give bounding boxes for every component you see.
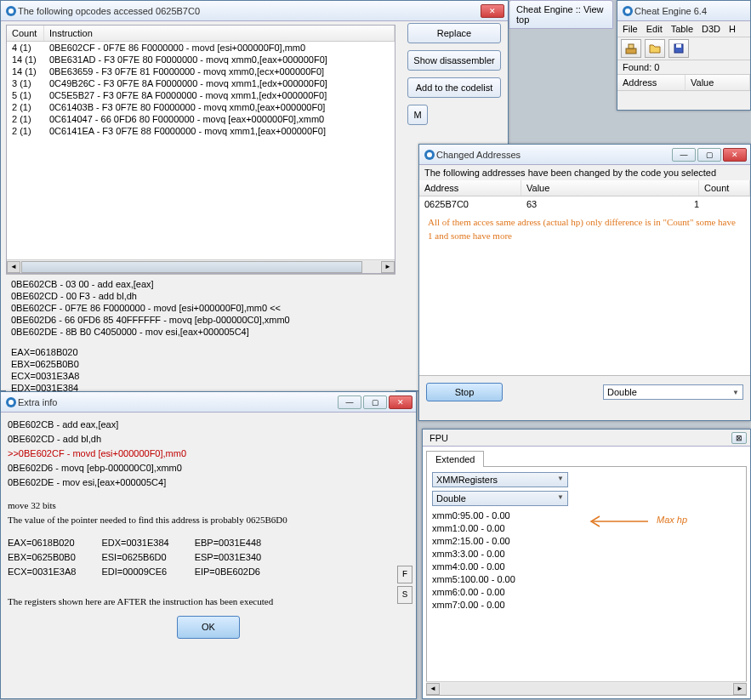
open-file-icon[interactable] (645, 39, 665, 58)
maximize-icon[interactable]: ▢ (363, 396, 387, 409)
stop-button[interactable]: Stop (426, 383, 503, 401)
opcodes-title: The following opcodes accessed 0625B7C0 (18, 6, 481, 16)
minimize-icon[interactable]: — (672, 148, 696, 162)
svg-rect-2 (626, 48, 636, 54)
forum-tab: Cheat Engine :: View top (509, 0, 613, 29)
opcodes-header: Count Instruction (7, 26, 395, 42)
close-icon[interactable]: ⊠ (731, 432, 747, 444)
tab-label: Cheat Engine :: View top (516, 4, 604, 25)
ok-button[interactable]: OK (177, 616, 240, 639)
ce-main-window: Cheat Engine 6.4 File Edit Table D3D H F… (617, 0, 751, 111)
user-annotation: All of them acces same adress (actual hp… (424, 215, 745, 242)
svg-point-7 (9, 9, 14, 14)
menu-edit[interactable]: Edit (646, 24, 663, 34)
svg-point-9 (9, 400, 14, 405)
extra-info-window: Extra info — ▢ ✕ 0BE602CB - add eax,[eax… (0, 391, 417, 699)
scroll-left-icon[interactable]: ◄ (426, 683, 440, 695)
chevron-down-icon: ▼ (557, 475, 564, 485)
show-disassembler-button[interactable]: Show disassembler (407, 50, 501, 71)
svg-point-11 (427, 152, 432, 157)
tab-extended[interactable]: Extended (426, 451, 484, 467)
ce-main-title: Cheat Engine 6.4 (634, 6, 747, 16)
fpu-body: Extended XMMRegisters ▼ Double ▼ xmm0:95… (423, 447, 750, 698)
footer-note: The registers shown here are AFTER the i… (8, 595, 409, 609)
extra-title: Extra info (18, 397, 338, 407)
fpu-window: FPU ⊠ Extended XMMRegisters ▼ Double ▼ x… (422, 429, 751, 699)
s-button[interactable]: S (397, 586, 412, 604)
highlighted-instruction: >>0BE602CF - movd [esi+000000F0],mm0 (8, 447, 409, 461)
menu-table[interactable]: Table (671, 24, 693, 34)
close-icon[interactable]: ✕ (723, 148, 747, 162)
register-set-combo[interactable]: XMMRegisters ▼ (432, 472, 568, 487)
extra-titlebar[interactable]: Extra info — ▢ ✕ (1, 392, 416, 413)
maximize-icon[interactable]: ▢ (697, 148, 721, 162)
close-icon[interactable]: ✕ (389, 396, 412, 409)
menu-h[interactable]: H (729, 24, 736, 34)
found-count: Found: 0 (617, 60, 750, 75)
svg-rect-3 (629, 44, 634, 48)
replace-button[interactable]: Replace (407, 23, 501, 43)
ce-icon (4, 396, 18, 409)
scroll-right-icon[interactable]: ► (381, 261, 395, 273)
fpu-titlebar[interactable]: FPU ⊠ (423, 430, 750, 447)
ce-results-header: Address Value (617, 75, 750, 91)
save-icon[interactable] (669, 39, 689, 58)
xmm-list: xmm0:95.00 - 0.00 xmm1:0.00 - 0.00 xmm2:… (432, 509, 741, 612)
col-instruction[interactable]: Instruction (44, 26, 395, 41)
opcodes-list[interactable]: 4 (1)0BE602CF - 0F7E 86 F0000000 - movd … (7, 42, 395, 259)
ce-main-titlebar[interactable]: Cheat Engine 6.4 (617, 1, 750, 21)
asm-preview: 0BE602CB - 03 00 - add eax,[eax] 0BE602C… (6, 274, 395, 406)
chevron-down-icon: ▼ (557, 493, 564, 504)
col-count[interactable]: Count (699, 180, 750, 196)
col-address[interactable]: Address (419, 180, 521, 196)
changed-title: Changed Addresses (436, 150, 672, 160)
pointer-note: The value of the pointer needed to find … (8, 513, 409, 527)
move-bits-note: move 32 bits (8, 498, 409, 513)
col-address[interactable]: Address (617, 75, 686, 90)
bottom-row: Stop Double ▼ (419, 375, 750, 408)
ce-icon (423, 148, 436, 162)
scroll-right-icon[interactable]: ► (733, 683, 747, 695)
chevron-down-icon: ▼ (732, 389, 739, 396)
add-codelist-button[interactable]: Add to the codelist (407, 77, 501, 98)
cell-instr: 0BE602CF - 0F7E 86 F0000000 - movd [esi+… (44, 43, 395, 53)
fpu-title: FPU (426, 433, 448, 443)
register-grid: EAX=0618B020 EBX=0625B0B0 ECX=0031E3A8 E… (8, 536, 409, 579)
col-count[interactable]: Count (7, 26, 44, 41)
m-button-partial[interactable]: M (407, 105, 428, 125)
minimize-icon[interactable]: — (338, 396, 361, 409)
changed-list[interactable]: 0625B7C0 63 1 All of them acces same adr… (419, 196, 750, 375)
opcodes-titlebar[interactable]: The following opcodes accessed 0625B7C0 … (1, 1, 508, 21)
type-combo[interactable]: Double ▼ (603, 384, 743, 400)
changed-desc: The following addresses have been change… (419, 165, 750, 180)
display-type-combo[interactable]: Double ▼ (432, 491, 568, 506)
h-scrollbar[interactable]: ◄ ► (7, 259, 395, 273)
scroll-left-icon[interactable]: ◄ (7, 261, 20, 273)
changed-addresses-window: Changed Addresses — ▢ ✕ The following ad… (418, 144, 751, 421)
col-value[interactable]: Value (521, 180, 699, 196)
ce-menu: File Edit Table D3D H (617, 21, 750, 37)
menu-d3d[interactable]: D3D (702, 24, 720, 34)
col-value[interactable]: Value (686, 75, 750, 90)
f-button[interactable]: F (397, 566, 412, 583)
svg-point-1 (625, 9, 630, 14)
cell-count: 4 (1) (7, 43, 44, 53)
ce-toolbar (617, 37, 750, 60)
ce-icon (621, 4, 634, 18)
extra-body: 0BE602CB - add eax,[eax] 0BE602CD - add … (1, 413, 416, 698)
ce-icon (4, 4, 18, 18)
svg-rect-5 (676, 44, 681, 48)
changed-header: Address Value Count (419, 180, 750, 196)
changed-titlebar[interactable]: Changed Addresses — ▢ ✕ (419, 145, 750, 165)
scrollbar-thumb[interactable] (21, 261, 362, 273)
close-icon[interactable]: ✕ (481, 4, 504, 18)
fpu-h-scrollbar[interactable]: ◄ ► (426, 681, 747, 695)
open-process-icon[interactable] (621, 39, 641, 58)
table-row: 0625B7C0 63 1 (424, 198, 745, 210)
menu-file[interactable]: File (623, 24, 638, 34)
